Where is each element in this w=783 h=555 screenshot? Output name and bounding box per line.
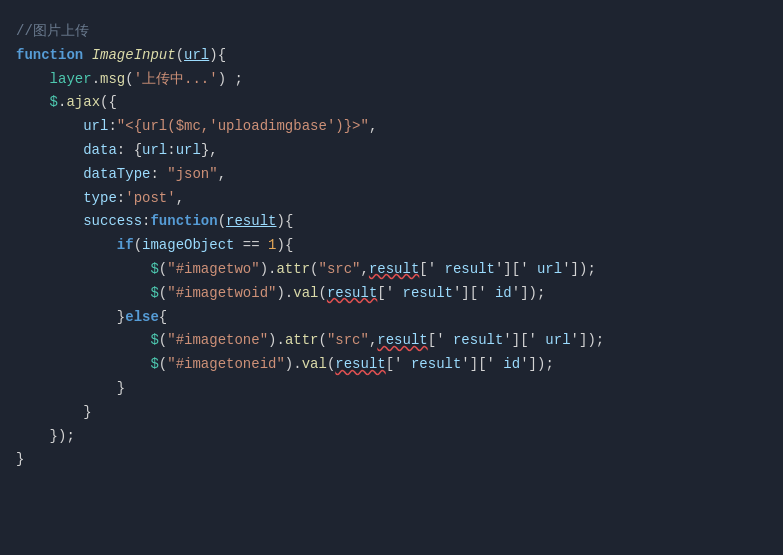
attr-method1: attr xyxy=(276,258,310,282)
attr-paren2: ( xyxy=(318,329,326,353)
indent-2 xyxy=(16,163,83,187)
key-result1: result xyxy=(436,258,495,282)
dollar-imagetoneid: $ xyxy=(150,353,158,377)
colon-success: : xyxy=(142,210,150,234)
colon-type: : xyxy=(117,187,125,211)
code-editor: //图片上传 function ImageInput(url){ layer.m… xyxy=(0,10,783,482)
comma-type: , xyxy=(176,187,184,211)
prop-success: success xyxy=(83,210,142,234)
string-src1: "src" xyxy=(318,258,360,282)
indent-4 xyxy=(16,258,150,282)
param-result: result xyxy=(226,210,276,234)
line-17: } xyxy=(16,401,767,425)
paren2: ( xyxy=(125,68,133,92)
keyword-function2: function xyxy=(150,210,217,234)
data-url-val: url xyxy=(176,139,201,163)
paren-open: ( xyxy=(176,44,184,68)
indent-2 xyxy=(16,115,83,139)
dot-val2: ). xyxy=(285,353,302,377)
indent-1 xyxy=(16,91,50,115)
func-close: } xyxy=(16,448,24,472)
val-method1: val xyxy=(293,282,318,306)
imageobject: imageObject xyxy=(142,234,234,258)
param-result3: result xyxy=(327,282,377,306)
dot1: . xyxy=(92,68,100,92)
paren-imagetwoid: ( xyxy=(159,282,167,306)
ajax-paren: ({ xyxy=(100,91,117,115)
colon-dt: : xyxy=(150,163,167,187)
param-result2: result xyxy=(369,258,419,282)
bracket-result3b: '][' xyxy=(503,329,537,353)
indent-4 xyxy=(16,329,150,353)
bracket-result2b: '][' xyxy=(453,282,487,306)
bracket-result4: [' xyxy=(386,353,403,377)
indent-2 xyxy=(16,210,83,234)
msg-method: msg xyxy=(100,68,125,92)
line-3: layer.msg('上传中...') ; xyxy=(16,68,767,92)
data-url-key: url xyxy=(142,139,167,163)
indent-4 xyxy=(16,282,150,306)
comment: //图片上传 xyxy=(16,20,89,44)
indent-1 xyxy=(16,425,50,449)
bracket-result3: [' xyxy=(428,329,445,353)
paren-imagetone: ( xyxy=(159,329,167,353)
keyword-else: else xyxy=(125,306,159,330)
param-url: url xyxy=(184,44,209,68)
bracket-result1b: '][' xyxy=(495,258,529,282)
line-13: }else{ xyxy=(16,306,767,330)
paren-imagetoneid: ( xyxy=(159,353,167,377)
attr-paren1: ( xyxy=(310,258,318,282)
brace-close-else: } xyxy=(117,306,125,330)
bracket-result1: [' xyxy=(419,258,436,282)
indent-2 xyxy=(16,139,83,163)
string-imagetone: "#imagetone" xyxy=(167,329,268,353)
indent-3 xyxy=(16,234,117,258)
indent-3 xyxy=(16,377,117,401)
paren-result: ( xyxy=(218,210,226,234)
line-6: data: {url:url}, xyxy=(16,139,767,163)
keyword-if: if xyxy=(117,234,134,258)
layer-obj: layer xyxy=(50,68,92,92)
paren-result-close: ){ xyxy=(276,210,293,234)
dollar-ajax: $ xyxy=(50,91,58,115)
ajax-method: ajax xyxy=(66,91,100,115)
line-2: function ImageInput(url){ xyxy=(16,44,767,68)
string-json: "json" xyxy=(167,163,217,187)
key-url2: url xyxy=(537,329,571,353)
prop-url: url xyxy=(83,115,108,139)
string-imagetwo: "#imagetwo" xyxy=(167,258,259,282)
keyword-function: function xyxy=(16,44,92,68)
num-one: 1 xyxy=(268,234,276,258)
dot-attr1: ). xyxy=(260,258,277,282)
paren3: ) ; xyxy=(218,68,243,92)
line-7: dataType: "json", xyxy=(16,163,767,187)
key-result3: result xyxy=(445,329,504,353)
indent-3 xyxy=(16,306,117,330)
string-imagetoneid: "#imagetoneid" xyxy=(167,353,285,377)
comma-dt: , xyxy=(218,163,226,187)
line-5: url:"<{url($mc,'uploadimgbase')}>", xyxy=(16,115,767,139)
key-id1: id xyxy=(487,282,512,306)
indent-2 xyxy=(16,401,83,425)
line-18: }); xyxy=(16,425,767,449)
paren-close-brace: ){ xyxy=(209,44,226,68)
line-19: } xyxy=(16,448,767,472)
val-paren1: ( xyxy=(318,282,326,306)
comma-attr1: , xyxy=(361,258,369,282)
line-8: type:'post', xyxy=(16,187,767,211)
string-src2: "src" xyxy=(327,329,369,353)
ajax-close: }); xyxy=(50,425,75,449)
bracket-close1: ']); xyxy=(562,258,596,282)
attr-method2: attr xyxy=(285,329,319,353)
bracket-close2: ']); xyxy=(512,282,546,306)
brace-else-close: } xyxy=(117,377,125,401)
line-11: $("#imagetwo").attr("src",result[' resul… xyxy=(16,258,767,282)
colon-data2: : xyxy=(167,139,175,163)
paren-imagetwo: ( xyxy=(159,258,167,282)
key-id2: id xyxy=(495,353,520,377)
comma-url: , xyxy=(369,115,377,139)
key-result2: result xyxy=(394,282,453,306)
dollar-imagetone: $ xyxy=(150,329,158,353)
string-uploading: '上传中...' xyxy=(134,68,218,92)
data-close: }, xyxy=(201,139,218,163)
